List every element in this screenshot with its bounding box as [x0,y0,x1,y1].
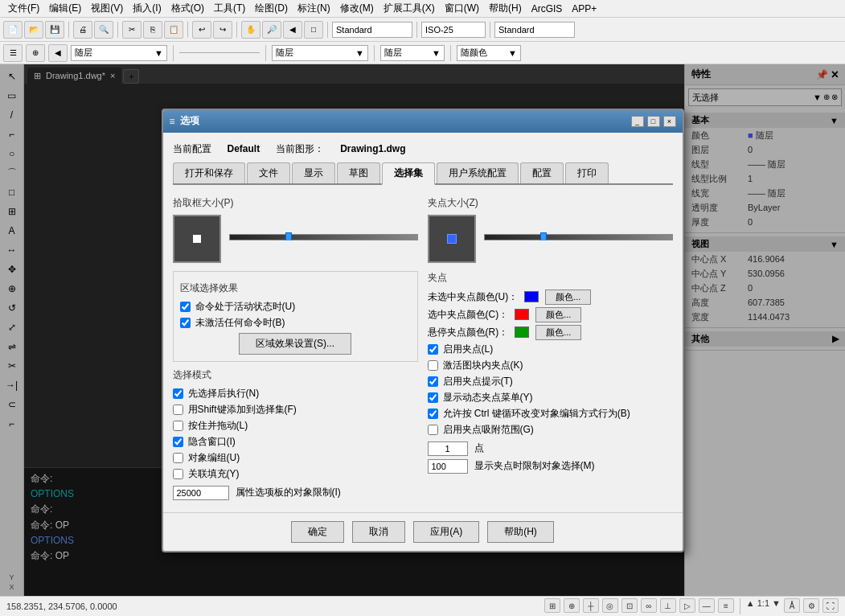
status-otrack[interactable]: ∞ [641,598,657,613]
status-polar[interactable]: ◎ [602,598,618,613]
checkbox-active-cmd-input[interactable] [180,302,191,312]
toolbar-redo[interactable]: ↪ [213,21,232,39]
checkbox-noun-verb: 先选择后执行(N) [173,387,418,400]
toolbar-paste[interactable]: 📋 [164,21,183,39]
iso25-combo[interactable]: ISO-25 [421,22,486,38]
grip-display-input[interactable] [428,459,468,474]
menu-draw[interactable]: 绘图(D) [250,0,293,17]
tab-display[interactable]: 显示 [292,162,335,183]
menu-help[interactable]: 帮助(H) [484,0,527,17]
checkbox-enable-grips-input[interactable] [428,344,438,355]
status-fullscreen[interactable]: ⛶ [822,598,839,613]
standard-combo-2[interactable]: Standard [494,22,575,38]
hover-grip-btn[interactable]: 颜色... [535,325,581,340]
dialog-maximize[interactable]: □ [647,116,660,127]
menu-window[interactable]: 窗口(W) [440,0,484,17]
pickbox-slider-thumb[interactable] [285,232,292,240]
menu-insert[interactable]: 插入(I) [128,0,166,17]
status-ortho[interactable]: ┼ [583,598,599,613]
dialog-minimize[interactable]: _ [631,116,644,127]
dialog-cancel-btn[interactable]: 取消 [352,521,405,543]
color-combo[interactable]: 随颜色 ▼ [457,45,521,61]
checkbox-assoc-hatch-input[interactable] [173,469,183,479]
dialog-ok-btn[interactable]: 确定 [291,521,344,543]
checkbox-grip-tips-input[interactable] [428,376,438,387]
toolbar-zoom[interactable]: 🔎 [262,21,281,39]
toolbar-layer-prev[interactable]: ◀ [48,44,68,62]
checkbox-dynamic-grips-input[interactable] [428,392,438,403]
unselected-grip-btn[interactable]: 颜色... [545,290,591,305]
effects-settings-btn[interactable]: 区域效果设置(S)... [239,333,351,355]
status-lw[interactable]: — [699,598,715,613]
toolbar-undo[interactable]: ↩ [192,21,211,39]
tab-user-system[interactable]: 用户系统配置 [437,162,519,183]
toolbar-pan[interactable]: ✋ [241,21,260,39]
toolbar-preview[interactable]: 🔍 [94,21,113,39]
grip-slider-thumb[interactable] [540,232,547,240]
grip-display-label: 显示夹点时限制对象选择(M) [474,459,595,473]
dialog-close[interactable]: × [663,116,676,127]
checkbox-dynamic-grips: 显示动态夹点菜单(Y) [428,391,673,405]
status-ducs[interactable]: ⊥ [660,598,676,613]
linetype-combo[interactable]: 随层 ▼ [380,45,445,61]
checkbox-press-drag-input[interactable] [173,421,183,431]
menu-tools[interactable]: 工具(T) [209,0,250,17]
selected-grip-btn[interactable]: 颜色... [535,307,581,322]
grip-preview [428,215,476,263]
grip-points-input[interactable] [428,441,468,456]
object-limit-input[interactable] [173,486,229,500]
checkbox-block-grips-input[interactable] [428,360,438,371]
menu-format[interactable]: 格式(O) [166,0,209,17]
toolbar-layer-icon[interactable]: ☰ [3,44,23,62]
toolbar-new[interactable]: 📄 [3,21,23,39]
toolbar-print[interactable]: 🖨 [73,21,92,39]
layer-combo-label: 随层 [75,47,92,59]
status-anno[interactable]: Å [784,598,800,613]
checkbox-implied-window-input[interactable] [173,437,183,447]
checkbox-no-cmd-input[interactable] [180,318,191,328]
tab-plot[interactable]: 打印 [565,162,609,183]
menu-arcgis[interactable]: ArcGIS [527,2,568,16]
toolbar-zoom-prev[interactable]: ◀ [283,21,302,39]
menu-dim[interactable]: 标注(N) [293,0,335,17]
toolbar-sep-2 [117,22,118,38]
checkbox-grip-snap-input[interactable] [428,425,438,435]
checkbox-shift-add-input[interactable] [173,405,183,415]
checkbox-noun-verb-input[interactable] [173,388,183,399]
layer-value-arrow: ▼ [355,48,364,58]
grip-center-dot [447,234,457,244]
status-grid[interactable]: ⊞ [544,598,560,613]
toolbar-zoom-window[interactable]: □ [304,21,323,39]
standard-combo-1[interactable]: Standard [332,22,412,38]
menu-modify[interactable]: 修改(M) [335,0,379,17]
toolbar-copy[interactable]: ⎘ [143,21,162,39]
status-ws[interactable]: ⚙ [803,598,819,613]
dialog-help-btn[interactable]: 帮助(H) [487,521,554,543]
toolbar-open[interactable]: 📂 [24,21,43,39]
pickbox-slider-track[interactable] [229,234,418,240]
status-snap[interactable]: ⊕ [564,598,580,613]
layer-combo[interactable]: 随层 ▼ [71,45,167,61]
status-tp[interactable]: ≡ [718,598,734,613]
menu-edit[interactable]: 编辑(E) [44,0,86,17]
menu-app[interactable]: APP+ [567,2,601,16]
status-osnap[interactable]: ⊡ [621,598,638,613]
checkbox-ctrl-cycle-input[interactable] [428,409,438,419]
toolbar-save[interactable]: 💾 [45,21,64,39]
dialog-apply-btn[interactable]: 应用(A) [413,521,479,543]
menu-view[interactable]: 视图(V) [86,0,128,17]
menu-file[interactable]: 文件(F) [3,0,44,17]
checkbox-obj-group-input[interactable] [173,453,183,463]
grip-slider-track[interactable] [484,234,673,240]
toolbar-layer-state[interactable]: ⊕ [26,44,45,62]
tab-file[interactable]: 文件 [247,162,290,183]
menu-ext[interactable]: 扩展工具(X) [379,0,440,17]
tab-open-save[interactable]: 打开和保存 [173,162,245,183]
status-dyn[interactable]: ▷ [679,598,695,613]
tab-profile[interactable]: 配置 [520,162,564,183]
layer-value-combo[interactable]: 随层 ▼ [272,45,368,61]
tab-selection[interactable]: 选择集 [382,162,435,185]
toolbar-cut[interactable]: ✂ [122,21,142,39]
status-scale: ▲ 1:1 ▼ [746,598,781,614]
tab-drafting[interactable]: 草图 [337,162,380,183]
